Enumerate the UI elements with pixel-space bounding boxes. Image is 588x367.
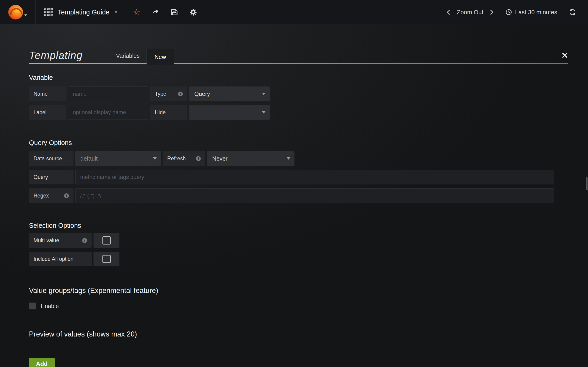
checkbox-icon	[103, 236, 111, 244]
close-icon[interactable]	[561, 52, 568, 59]
hide-label: Hide	[150, 105, 187, 120]
chevron-down-icon	[262, 93, 266, 95]
refresh-button[interactable]	[569, 8, 576, 16]
star-icon: ☆	[133, 8, 140, 16]
datasource-select[interactable]: default	[75, 151, 161, 166]
top-navbar: Templating Guide ☆	[0, 0, 588, 24]
selection-options-heading: Selection Options	[29, 222, 568, 229]
grafana-menu-button[interactable]	[0, 0, 36, 24]
query-label: Query	[29, 170, 73, 184]
variable-heading: Variable	[29, 74, 568, 81]
chevron-right-icon[interactable]	[488, 9, 495, 16]
page-title: Templating	[29, 49, 82, 65]
time-controls: Zoom Out Last 30 minutes	[445, 0, 588, 24]
datasource-row: Data source default Refresh i Never	[29, 151, 568, 166]
share-button[interactable]	[146, 0, 165, 24]
grafana-screen: Templating Guide ☆	[0, 0, 588, 367]
time-range-picker[interactable]: Last 30 minutes	[505, 9, 557, 16]
type-select[interactable]: Query	[189, 86, 270, 101]
label-input[interactable]	[68, 105, 148, 120]
checkbox-icon	[103, 255, 111, 263]
type-label: Type i	[150, 86, 187, 101]
query-input[interactable]	[75, 170, 554, 184]
scrollbar-thumb[interactable]	[586, 177, 588, 190]
hide-select[interactable]	[189, 105, 270, 120]
chevron-down-icon	[24, 15, 27, 16]
refresh-icon	[569, 8, 576, 16]
datasource-label: Data source	[29, 151, 73, 166]
name-label: Name	[29, 86, 66, 101]
zoom-controls: Zoom Out	[445, 9, 495, 16]
enable-checkbox-icon[interactable]	[29, 302, 36, 309]
regex-row: Regex i	[29, 188, 568, 203]
info-icon[interactable]: i	[178, 92, 183, 96]
regex-input[interactable]	[75, 188, 554, 203]
tab-underline	[29, 63, 568, 64]
tab-new[interactable]: New	[147, 49, 174, 65]
enable-checkbox-row[interactable]: Enable	[29, 302, 568, 309]
navbar-actions: ☆	[127, 0, 203, 24]
clock-icon	[505, 9, 512, 16]
refresh-label: Refresh i	[163, 151, 205, 166]
multi-value-row: Multi-value i	[29, 233, 568, 248]
chevron-down-icon	[287, 157, 290, 160]
grafana-logo-icon	[8, 5, 23, 19]
time-range-label: Last 30 minutes	[515, 9, 557, 16]
dashboard-title: Templating Guide	[58, 8, 110, 16]
star-button[interactable]: ☆	[127, 0, 146, 24]
add-button[interactable]: Add	[29, 358, 55, 367]
refresh-select[interactable]: Never	[207, 151, 294, 166]
settings-button[interactable]	[184, 0, 203, 24]
include-all-label: Include All option	[29, 252, 92, 266]
label-label: Label	[29, 105, 66, 120]
chevron-down-icon	[115, 11, 117, 13]
multi-value-checkbox[interactable]	[94, 233, 120, 248]
variable-label-row: Label Hide	[29, 105, 568, 120]
regex-label: Regex i	[29, 188, 73, 203]
dashboard-picker[interactable]: Templating Guide	[36, 0, 127, 24]
chevron-down-icon	[153, 157, 157, 160]
include-all-row: Include All option	[29, 252, 568, 266]
share-icon	[152, 8, 159, 16]
save-button[interactable]	[165, 0, 184, 24]
tab-header: Templating Variables New	[29, 48, 568, 65]
enable-label: Enable	[41, 303, 59, 309]
name-input[interactable]	[68, 86, 148, 101]
include-all-checkbox[interactable]	[94, 252, 120, 266]
info-icon[interactable]: i	[82, 238, 87, 243]
value-groups-heading: Value groups/tags (Experimental feature)	[29, 286, 568, 295]
info-icon[interactable]: i	[196, 156, 201, 161]
query-row: Query	[29, 170, 568, 184]
chevron-down-icon	[262, 111, 266, 114]
zoom-out-button[interactable]: Zoom Out	[457, 9, 484, 16]
templating-editor: Templating Variables New Variable Name T…	[0, 48, 588, 367]
gear-icon	[189, 8, 197, 16]
query-options-heading: Query Options	[29, 139, 568, 147]
save-icon	[170, 8, 178, 16]
preview-heading: Preview of values (shows max 20)	[29, 330, 568, 338]
variable-name-row: Name Type i Query	[29, 86, 568, 101]
multi-value-label: Multi-value i	[29, 233, 92, 248]
dashboard-grid-icon	[44, 8, 52, 16]
chevron-left-icon[interactable]	[445, 9, 452, 16]
info-icon[interactable]: i	[64, 193, 69, 198]
